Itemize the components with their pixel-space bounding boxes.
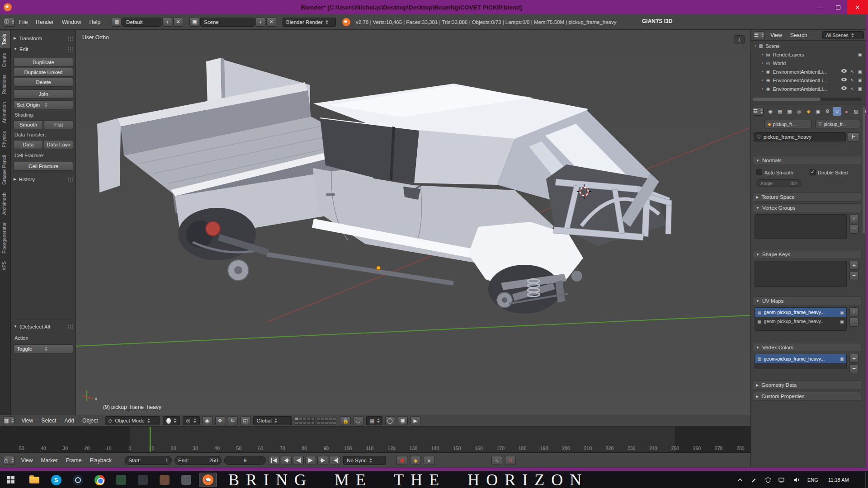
shape-keys-list[interactable] xyxy=(755,261,847,287)
vertex-colors-list[interactable]: ▦geom-pickup_frame_heavy...▣ xyxy=(755,354,847,369)
delete-layout-button[interactable]: ✕ xyxy=(173,18,183,27)
close-button[interactable]: ✕ xyxy=(847,0,868,14)
delete-scene-button[interactable]: ✕ xyxy=(266,18,276,27)
timeline-playhead[interactable] xyxy=(150,427,151,453)
duplicate-button[interactable]: Duplicate xyxy=(14,58,73,67)
outliner-row[interactable]: •◉EnvironmentAmbientLi...↖▣ xyxy=(751,67,867,76)
add-shape-key-button[interactable]: ＋ xyxy=(849,261,859,270)
render-icon[interactable]: ▣ xyxy=(840,357,844,361)
menu-file[interactable]: File xyxy=(15,19,32,25)
orientation-dropdown[interactable]: Global xyxy=(253,416,292,425)
flat-button[interactable]: Flat xyxy=(44,120,73,129)
breadcrumb-data-chip[interactable]: ▽pickup_fr... xyxy=(815,120,860,128)
timeline-menu-playback[interactable]: Playback xyxy=(85,457,116,464)
properties-tab-object[interactable]: ◆ xyxy=(804,107,813,116)
panel-uv-maps[interactable]: ▼UV Maps xyxy=(753,296,861,305)
timeline-band[interactable]: -50-40-30-20-100102030405060708090100110… xyxy=(0,427,750,453)
tray-network-icon[interactable] xyxy=(778,471,786,488)
remove-shape-key-button[interactable]: − xyxy=(849,271,859,280)
layer-cell[interactable] xyxy=(333,421,336,425)
tray-chevron[interactable] xyxy=(737,471,743,488)
layout-dropdown[interactable]: Default xyxy=(123,18,161,27)
next-keyframe-button[interactable] xyxy=(317,456,328,465)
select-arrow-icon[interactable]: ↖ xyxy=(850,78,854,83)
add-scene-button[interactable]: ＋ xyxy=(255,18,265,27)
timeline-menu-view[interactable]: View xyxy=(17,457,37,464)
timeline-menu-frame[interactable]: Frame xyxy=(62,457,86,464)
tool-tab-tools[interactable]: Tools xyxy=(0,31,10,48)
render-restrict-icon[interactable]: ▣ xyxy=(858,52,862,57)
manipulator-scale-icon[interactable]: ◱ xyxy=(241,416,250,425)
sync-dropdown[interactable]: No Sync xyxy=(343,456,386,465)
outliner-row[interactable]: •▦Scene xyxy=(751,42,867,50)
layer-cell[interactable] xyxy=(316,421,320,425)
editor-type-icon[interactable]: ☰ xyxy=(754,31,764,39)
eye-icon[interactable] xyxy=(841,86,847,90)
properties-tab-constraints[interactable]: ▣ xyxy=(814,107,822,116)
taskbar-app-dark[interactable] xyxy=(134,473,152,487)
panel-history[interactable]: ▶History xyxy=(14,175,73,183)
language-indicator[interactable]: ENG xyxy=(807,471,818,488)
outliner-row[interactable]: •◉EnvironmentAmbientLi...↖▣ xyxy=(751,76,867,84)
select-arrow-icon[interactable]: ↖ xyxy=(850,86,854,91)
scene-icon[interactable]: ▣ xyxy=(189,18,199,27)
vertical-scrollbar[interactable] xyxy=(863,107,865,234)
select-arrow-icon[interactable]: ↖ xyxy=(850,69,854,74)
taskbar-chrome[interactable] xyxy=(90,473,108,487)
unlink-button[interactable]: ✕ xyxy=(505,456,516,465)
angle-slider[interactable]: Angle: 30° xyxy=(756,179,802,187)
layer-cell[interactable] xyxy=(303,417,307,421)
double-sided-checkbox[interactable] xyxy=(810,169,816,175)
menu-help[interactable]: Help xyxy=(85,19,104,25)
properties-tab-modifiers[interactable]: ⚙ xyxy=(823,107,832,116)
pivot-dropdown[interactable]: ◎ xyxy=(183,416,200,425)
jump-to-end-button[interactable] xyxy=(330,456,340,465)
manipulator-rotate-icon[interactable]: ↻ xyxy=(228,416,238,425)
add-uv-map-button[interactable]: ＋ xyxy=(849,307,859,316)
tool-tab-xps[interactable]: XPS xyxy=(0,258,10,274)
join-button[interactable]: Join xyxy=(14,89,73,99)
taskbar-blender[interactable] xyxy=(199,473,217,487)
breadcrumb-object-chip[interactable]: ◆pickup_fr... xyxy=(764,120,811,128)
horizontal-scrollbar[interactable] xyxy=(753,98,861,101)
lock-icon[interactable]: 🔒 xyxy=(341,416,351,425)
clock[interactable]: 11:18 AM xyxy=(828,471,849,488)
panel-custom-properties[interactable]: ▶Custom Properties xyxy=(753,392,861,401)
scene-dropdown[interactable]: Scene xyxy=(200,18,255,27)
show-desktop-button[interactable] xyxy=(865,471,868,488)
layer-cell[interactable] xyxy=(311,417,315,421)
editor-type-icon[interactable]: ◷ xyxy=(4,456,14,465)
start-button[interactable] xyxy=(2,473,20,487)
list-item[interactable]: ▦geom-pickup_frame_heavy...▣ xyxy=(755,317,846,326)
render-restrict-icon[interactable]: ▣ xyxy=(858,69,862,74)
add-vertex-color-button[interactable]: ＋ xyxy=(849,354,859,363)
properties-tab-render-layers[interactable]: ▤ xyxy=(776,107,784,116)
view3d-menu-select[interactable]: Select xyxy=(37,418,60,424)
region-expand-button[interactable]: ＋ xyxy=(734,35,745,44)
properties-tab-material[interactable]: ● xyxy=(842,107,851,116)
view3d-menu-object[interactable]: Object xyxy=(78,418,102,424)
tool-tab-physics[interactable]: Physics xyxy=(0,128,10,150)
layer-cell[interactable] xyxy=(325,421,328,425)
disclosure-icon[interactable]: • xyxy=(762,52,764,57)
menu-window[interactable]: Window xyxy=(58,19,85,25)
layer-cell[interactable] xyxy=(307,421,311,425)
data-layout-button[interactable]: Data Layo xyxy=(44,140,73,149)
proportional-edit-icon[interactable]: ◯ xyxy=(385,416,395,425)
view3d-menu-view[interactable]: View xyxy=(17,418,37,424)
taskbar-steam[interactable] xyxy=(69,473,87,487)
add-vertex-group-button[interactable]: ＋ xyxy=(849,214,859,223)
outliner-menu-view[interactable]: View xyxy=(766,32,786,38)
data-button[interactable]: Data xyxy=(14,140,43,149)
taskbar-file-explorer[interactable] xyxy=(25,473,43,487)
eye-icon[interactable] xyxy=(841,69,847,73)
panel-deselect-all[interactable]: ▼(De)select All xyxy=(14,323,73,330)
panel-vertex-colors[interactable]: ▼Vertex Colors xyxy=(753,343,861,352)
disclosure-icon[interactable]: • xyxy=(755,43,756,48)
manipulator-translate-icon[interactable]: ✥ xyxy=(215,416,225,425)
snap-magnet-icon[interactable]: ◡ xyxy=(354,416,363,425)
panel-normals[interactable]: ▼Normals xyxy=(753,156,861,165)
taskbar-app-green[interactable] xyxy=(112,473,130,487)
layer-cell[interactable] xyxy=(295,421,298,425)
record-button[interactable] xyxy=(396,456,407,465)
